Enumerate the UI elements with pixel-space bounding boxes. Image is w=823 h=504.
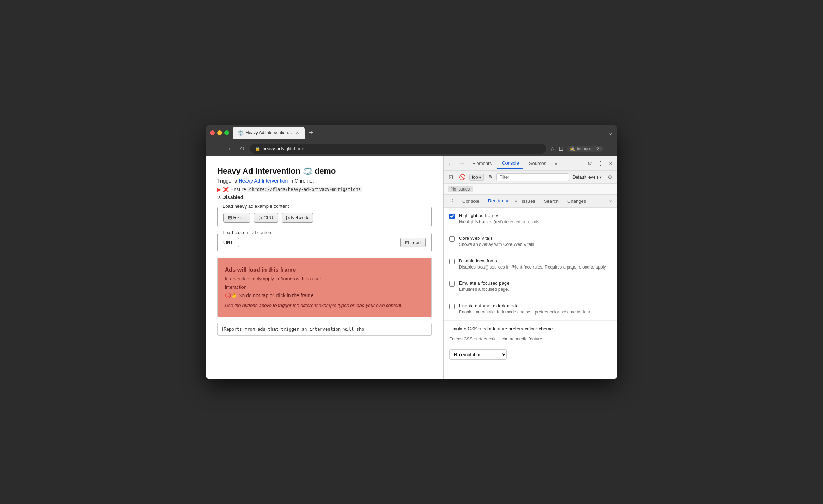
clear-console-icon[interactable]: 🚫 — [457, 173, 468, 182]
item-desc-enable-auto-dark-mode: Enables automatic dark mode and sets pre… — [459, 309, 611, 315]
reset-button[interactable]: ⊞ Reset — [223, 213, 250, 223]
warning-code: chrome://flags/heavy-ad-privacy-mitigati… — [247, 187, 362, 192]
emulate-select[interactable]: No emulationprefers-color-scheme: lightp… — [449, 349, 507, 360]
ad-frame: Ads will load in this frame Intervention… — [217, 258, 432, 317]
frame-dropdown-icon: ▾ — [479, 175, 481, 180]
ad-frame-warning: 🚫🤚 So do not tap or click in the frame. — [225, 293, 424, 298]
traffic-lights — [210, 130, 229, 135]
star-icon[interactable]: ☆ — [550, 145, 555, 152]
inspect-element-icon[interactable]: ⬚ — [446, 159, 456, 168]
tab-close-button[interactable]: × — [295, 130, 300, 136]
devtools-close-icon[interactable]: × — [607, 159, 614, 168]
tab-elements[interactable]: Elements — [468, 159, 496, 168]
maximize-window-button[interactable] — [224, 130, 229, 135]
console-output: [Reports from ads that trigger an interv… — [217, 323, 432, 336]
close-window-button[interactable] — [210, 130, 215, 135]
devtools-settings-icon[interactable]: ⚙ — [585, 159, 594, 168]
load-custom-fieldset: Load custom ad content URL: ⊡ Load — [217, 233, 432, 252]
item-title-highlight-ad-frames: Highlight ad frames — [459, 213, 611, 218]
devtools-panel: ⬚ ▭ Elements Console Sources » ⚙ ⋮ × ⊡ 🚫… — [443, 156, 617, 379]
browser-tab[interactable]: ⚖️ Heavy Ad Intervention ⚖️ dem... × — [233, 127, 305, 139]
rendering-dots-icon[interactable]: ⋮ — [446, 196, 458, 206]
filter-input[interactable] — [496, 173, 569, 181]
url-input[interactable] — [238, 238, 397, 247]
tab-menu-button[interactable]: ⌄ — [608, 129, 613, 136]
rendering-item-highlight-ad-frames: Highlight ad framesHighlights frames (re… — [444, 208, 617, 230]
emulate-title: Emulate CSS media feature prefers-color-… — [449, 326, 553, 331]
no-issues-bar: No Issues — [444, 184, 617, 195]
browser-menu-icon[interactable]: ⋮ — [607, 145, 613, 152]
heavy-ad-link[interactable]: Heavy Ad Intervention — [238, 178, 288, 184]
top-label: top — [472, 175, 478, 180]
rendering-tab-console[interactable]: Console — [458, 196, 484, 206]
address-input[interactable]: 🔒 heavy-ads.glitch.me — [250, 144, 546, 154]
incognito-badge[interactable]: 🕵 Incognito (2) — [567, 146, 604, 152]
tab-favicon-icon: ⚖️ — [238, 130, 244, 136]
rendering-item-enable-auto-dark-mode: Enable automatic dark modeEnables automa… — [444, 298, 617, 321]
devtools-toolbar2: ⊡ 🚫 top ▾ 👁 Default levels ▾ ⚙ — [444, 171, 617, 184]
device-toolbar-icon[interactable]: ▭ — [457, 159, 467, 168]
browser-panel-icon[interactable]: ⊡ — [559, 145, 563, 152]
rendering-tab-rendering[interactable]: Rendering — [484, 196, 514, 206]
checkbox-enable-auto-dark-mode[interactable] — [449, 304, 455, 309]
level-selector[interactable]: Default levels ▾ — [570, 174, 604, 180]
load-custom-legend: Load custom ad content — [221, 230, 274, 235]
load-heavy-fieldset: Load heavy ad example content ⊞ Reset ▷ … — [217, 207, 432, 227]
browser-content: Heavy Ad Intervention ⚖️ demo Trigger a … — [206, 156, 617, 379]
no-issues-badge: No Issues — [448, 186, 473, 192]
devtools-dots-icon[interactable]: ⋮ — [596, 159, 605, 168]
levels-label: Default levels — [573, 175, 599, 180]
load-button[interactable]: ⊡ Load — [400, 238, 426, 247]
url-label: URL: — [223, 240, 235, 246]
item-desc-disable-local-fonts: Disables local() sources in @font-face r… — [459, 264, 611, 270]
rendering-tab-changes[interactable]: Changes — [563, 196, 590, 206]
emulate-desc: Forces CSS prefers-color-scheme media fe… — [449, 336, 542, 342]
tab-sources[interactable]: Sources — [525, 159, 551, 168]
rendering-panel-close-icon[interactable]: × — [607, 197, 614, 206]
lock-icon: 🔒 — [255, 146, 260, 151]
disabled-bold: Disabled — [222, 194, 243, 200]
network-button[interactable]: ▷ Network — [282, 213, 313, 223]
more-tabs-button[interactable]: » — [552, 159, 560, 168]
new-tab-button[interactable]: + — [306, 129, 316, 137]
rendering-content: Highlight ad framesHighlights frames (re… — [444, 208, 617, 379]
warning-x-icon: ❌ — [223, 187, 229, 192]
forward-button[interactable]: → — [224, 144, 234, 154]
console-settings-icon[interactable]: ⚙ — [605, 173, 614, 182]
rendering-close-icon[interactable]: × — [515, 198, 518, 204]
url-row: URL: ⊡ Load — [223, 238, 426, 247]
cpu-button[interactable]: ▷ CPU — [254, 213, 278, 223]
rendering-tab-search[interactable]: Search — [540, 196, 563, 206]
tab-console[interactable]: Console — [497, 158, 523, 169]
frame-selector[interactable]: top ▾ — [469, 174, 484, 181]
item-desc-core-web-vitals: Shows an overlay with Core Web Vitals. — [459, 242, 611, 248]
checkbox-highlight-ad-frames[interactable] — [449, 214, 455, 219]
item-desc-highlight-ad-frames: Highlights frames (red) detected to be a… — [459, 219, 611, 225]
ad-frame-title: Ads will load in this frame — [225, 267, 424, 273]
title-bar: ⚖️ Heavy Ad Intervention ⚖️ dem... × + ⌄ — [206, 125, 617, 141]
checkbox-disable-local-fonts[interactable] — [449, 259, 455, 264]
page-warning: ▶ ❌ Ensure chrome://flags/heavy-ad-priva… — [217, 187, 432, 192]
devtools-right-icons: ⚙ ⋮ × — [585, 159, 614, 168]
item-title-emulate-focused-page: Emulate a focused page — [459, 280, 611, 286]
rendering-tab-issues[interactable]: Issues — [517, 196, 540, 206]
page-warning-line2: is Disabled. — [217, 194, 432, 200]
item-title-disable-local-fonts: Disable local fonts — [459, 258, 611, 264]
rendering-item-emulate-focused-page: Emulate a focused pageEmulates a focused… — [444, 275, 617, 298]
back-button[interactable]: ← — [210, 144, 220, 154]
load-heavy-legend: Load heavy ad example content — [221, 203, 290, 209]
ad-frame-text1: Interventions only apply to frames with … — [225, 276, 424, 281]
refresh-button[interactable]: ↻ — [237, 144, 246, 154]
incognito-label: Incognito (2) — [577, 146, 601, 151]
rendering-item-core-web-vitals: Core Web VitalsShows an overlay with Cor… — [444, 230, 617, 253]
page-content: Heavy Ad Intervention ⚖️ demo Trigger a … — [206, 156, 443, 379]
minimize-window-button[interactable] — [217, 130, 222, 135]
sidebar-toggle-icon[interactable]: ⊡ — [446, 173, 455, 182]
eye-icon[interactable]: 👁 — [485, 173, 495, 182]
checkbox-emulate-focused-page[interactable] — [449, 281, 455, 287]
item-title-core-web-vitals: Core Web Vitals — [459, 235, 611, 241]
ad-frame-text2: interaction. — [225, 284, 424, 290]
checkbox-core-web-vitals[interactable] — [449, 236, 455, 242]
rendering-item-disable-local-fonts: Disable local fontsDisables local() sour… — [444, 253, 617, 276]
tabs-area: ⚖️ Heavy Ad Intervention ⚖️ dem... × + ⌄ — [233, 127, 613, 139]
